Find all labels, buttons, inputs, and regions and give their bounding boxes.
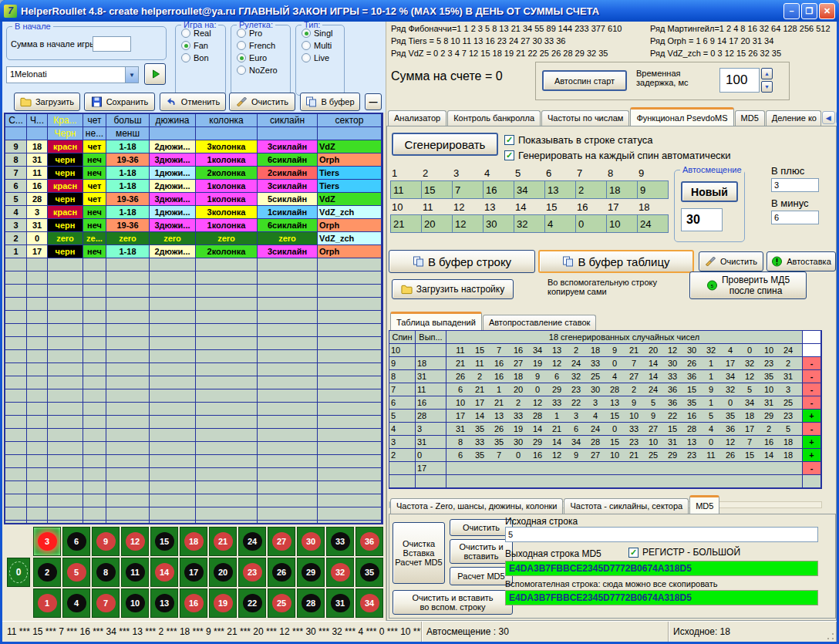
empty-cell[interactable] xyxy=(150,403,196,416)
table-cell[interactable]: VdZ_zch xyxy=(318,232,382,245)
table-header[interactable]: не... xyxy=(83,127,106,140)
row-number-cell[interactable]: 1 xyxy=(5,245,27,258)
empty-cell[interactable] xyxy=(48,507,83,521)
empty-cell[interactable] xyxy=(150,311,196,324)
numbers-cell[interactable]: 62112002923302822436159325103 xyxy=(446,383,803,396)
plus-input[interactable] xyxy=(771,178,819,192)
empty-cell[interactable] xyxy=(48,389,83,403)
hit-number-cell[interactable]: 0 xyxy=(27,232,48,245)
tab-main-3[interactable]: Функционал PsevdoMS xyxy=(630,107,733,126)
uppercase-check[interactable]: ✓ РЕГИСТР - БОЛЬШОЙ xyxy=(628,547,740,558)
radio-icon[interactable] xyxy=(181,53,190,62)
radio-icon[interactable] xyxy=(302,29,311,38)
empty-cell[interactable] xyxy=(5,285,27,298)
empty-cell[interactable] xyxy=(318,311,382,324)
empty-cell[interactable] xyxy=(48,298,83,311)
board-cell-14[interactable]: 14 xyxy=(150,558,178,587)
tab-main-0[interactable]: Анализатор xyxy=(388,110,446,126)
board-cell-18[interactable]: 18 xyxy=(180,527,207,556)
table-cell[interactable]: VdZ xyxy=(318,140,382,153)
board-cell-9[interactable]: 9 xyxy=(92,527,120,556)
table-cell[interactable]: 6сиклайн xyxy=(258,153,318,167)
empty-cell[interactable] xyxy=(106,507,150,521)
numbers-cell[interactable]: 3135261914216240332715284361725 xyxy=(446,423,803,436)
empty-cell[interactable] xyxy=(83,507,106,521)
load-settings-button[interactable]: Загрузить настройку xyxy=(392,279,514,299)
hit-cell[interactable]: 17 xyxy=(416,462,446,475)
empty-cell[interactable] xyxy=(83,455,106,468)
table-header[interactable] xyxy=(5,127,27,140)
table-cell[interactable]: 2дюжи... xyxy=(150,140,196,153)
mark-cell[interactable]: + xyxy=(803,436,821,449)
hit-cell[interactable]: 11 xyxy=(416,383,446,396)
gen-value[interactable]: 4 xyxy=(544,214,576,233)
board-cell-10[interactable]: 10 xyxy=(121,588,149,618)
empty-cell[interactable] xyxy=(83,416,106,429)
hit-cell[interactable] xyxy=(416,475,446,488)
empty-cell[interactable] xyxy=(5,416,27,429)
table-cell[interactable]: 1колонка xyxy=(196,219,258,232)
table-cell[interactable]: 3дюжи... xyxy=(150,219,196,232)
table-cell[interactable]: черн xyxy=(48,167,83,180)
empty-cell[interactable] xyxy=(318,258,382,271)
empty-cell[interactable] xyxy=(106,403,150,416)
tab-bottom-0[interactable]: Частота - Zero, шансы, дюжины, колонки xyxy=(390,498,563,514)
gen-value[interactable]: 15 xyxy=(421,180,453,199)
empty-cell[interactable] xyxy=(48,429,83,442)
radio-icon[interactable] xyxy=(237,41,246,50)
table-cell[interactable]: 3дюжи... xyxy=(150,153,196,167)
empty-cell[interactable] xyxy=(27,350,48,363)
table-cell[interactable]: 1сиклайн xyxy=(258,206,318,219)
empty-cell[interactable] xyxy=(196,258,258,271)
copy-buffer-button[interactable]: В буфер xyxy=(300,93,360,111)
empty-cell[interactable] xyxy=(83,494,106,507)
empty-cell[interactable] xyxy=(5,376,27,389)
board-cell-7[interactable]: 7 xyxy=(92,588,120,618)
empty-cell[interactable] xyxy=(5,298,27,311)
table-header[interactable]: больш xyxy=(106,114,150,127)
board-cell-23[interactable]: 23 xyxy=(238,558,266,587)
tab-inner-1[interactable]: Автопроставление ставок xyxy=(483,315,596,330)
empty-cell[interactable] xyxy=(106,442,150,455)
board-cell-22[interactable]: 22 xyxy=(238,588,266,618)
radio-icon[interactable] xyxy=(237,29,246,38)
board-cell-21[interactable]: 21 xyxy=(209,527,237,556)
hit-cell[interactable] xyxy=(416,344,446,357)
spin-down-icon[interactable]: ▼ xyxy=(761,81,773,93)
mark-cell[interactable]: - xyxy=(803,357,821,370)
mark-cell[interactable] xyxy=(803,344,821,357)
board-cell-28[interactable]: 28 xyxy=(297,588,325,618)
board-cell-20[interactable]: 20 xyxy=(209,558,237,587)
empty-cell[interactable] xyxy=(196,507,258,521)
checkbox-checked-icon[interactable]: ✓ xyxy=(504,135,514,145)
table-cell[interactable]: черн xyxy=(48,153,83,167)
empty-cell[interactable] xyxy=(258,429,318,442)
radio-icon[interactable] xyxy=(302,53,311,62)
table-cell[interactable]: Tiers xyxy=(318,180,382,193)
empty-cell[interactable] xyxy=(83,389,106,403)
board-cell-34[interactable]: 34 xyxy=(355,588,383,618)
empty-cell[interactable] xyxy=(5,337,27,350)
empty-cell[interactable] xyxy=(258,376,318,389)
gen-value[interactable]: 20 xyxy=(421,214,453,233)
table-header[interactable] xyxy=(318,127,382,140)
empty-cell[interactable] xyxy=(196,285,258,298)
table-cell[interactable]: 3дюжи... xyxy=(150,193,196,206)
empty-cell[interactable] xyxy=(196,271,258,285)
empty-cell[interactable] xyxy=(106,481,150,494)
board-cell-35[interactable]: 35 xyxy=(355,558,383,587)
table-cell[interactable]: 3сиклайн xyxy=(258,180,318,193)
collapse-button[interactable]: — xyxy=(365,93,382,110)
empty-cell[interactable] xyxy=(258,337,318,350)
radio-option-pro[interactable]: Pro xyxy=(237,29,290,38)
empty-cell[interactable] xyxy=(5,350,27,363)
empty-cell[interactable] xyxy=(48,271,83,285)
hit-number-cell[interactable]: 28 xyxy=(27,193,48,206)
md5-clear-aux-button[interactable]: Очистить и вставить во вспом. строку xyxy=(393,590,513,615)
mark-cell[interactable]: - xyxy=(803,462,821,475)
maximize-button[interactable]: ❐ xyxy=(801,3,817,19)
row-number-cell[interactable]: 9 xyxy=(5,140,27,153)
numbers-cell[interactable]: 2621618963225427143336134123531 xyxy=(446,370,803,383)
history-table[interactable]: С...Ч...Кра...четбольшдюжинаколонкасикла… xyxy=(4,113,383,524)
spin-cell[interactable]: 7 xyxy=(389,383,416,396)
